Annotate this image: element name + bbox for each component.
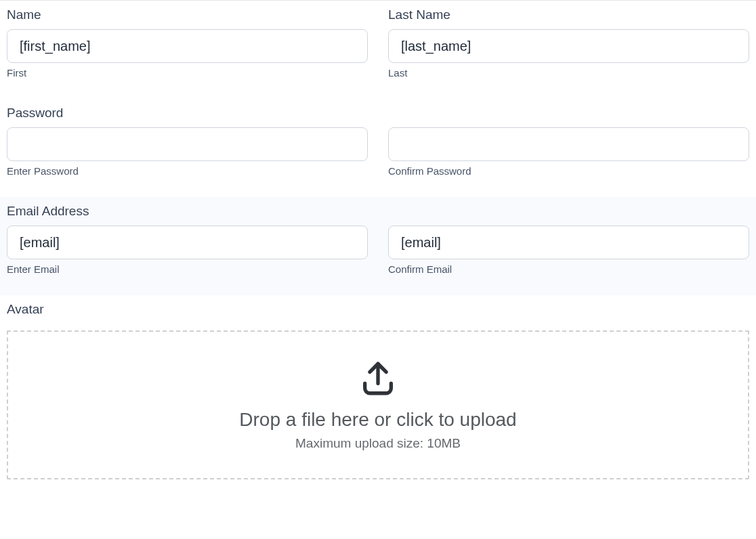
email-label-spacer xyxy=(388,204,749,219)
first-name-sublabel: First xyxy=(7,67,368,79)
enter-password-sublabel: Enter Password xyxy=(7,165,368,177)
email-section: Email Address Enter Email Confirm Email xyxy=(0,197,756,295)
confirm-password-field[interactable] xyxy=(388,127,749,161)
dropzone-subtitle: Maximum upload size: 10MB xyxy=(295,436,461,451)
last-name-sublabel: Last xyxy=(388,67,749,79)
dropzone-title: Drop a file here or click to upload xyxy=(239,409,516,431)
upload-icon xyxy=(358,359,398,401)
name-label: Name xyxy=(7,7,368,22)
avatar-dropzone[interactable]: Drop a file here or click to upload Maxi… xyxy=(7,330,749,479)
avatar-section: Avatar Drop a file here or click to uplo… xyxy=(0,295,756,500)
confirm-email-field[interactable] xyxy=(388,225,749,259)
confirm-email-sublabel: Confirm Email xyxy=(388,263,749,275)
password-label-spacer xyxy=(388,106,749,121)
enter-password-field[interactable] xyxy=(7,127,368,161)
confirm-password-sublabel: Confirm Password xyxy=(388,165,749,177)
name-section: Name First Last Name Last xyxy=(0,0,756,99)
email-label: Email Address xyxy=(7,204,368,219)
enter-email-field[interactable] xyxy=(7,225,368,259)
avatar-label: Avatar xyxy=(7,302,749,317)
password-label: Password xyxy=(7,106,368,121)
last-name-label: Last Name xyxy=(388,7,749,22)
first-name-field[interactable] xyxy=(7,29,368,63)
last-name-field[interactable] xyxy=(388,29,749,63)
password-section: Password Enter Password Confirm Password xyxy=(0,99,756,197)
enter-email-sublabel: Enter Email xyxy=(7,263,368,275)
